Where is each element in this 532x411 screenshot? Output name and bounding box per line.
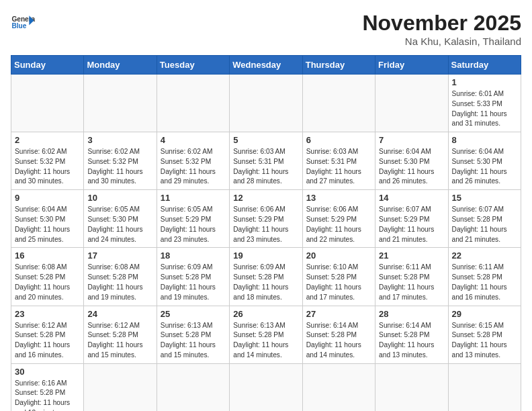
day-info: Sunrise: 6:03 AMSunset: 5:31 PMDaylight:… [306,147,371,187]
day-number: 6 [306,135,371,145]
logo-icon: General Blue [11,11,35,35]
day-info: Sunrise: 6:06 AMSunset: 5:29 PMDaylight:… [306,205,371,244]
header-day-tuesday: Tuesday [157,56,229,75]
calendar-cell: 20Sunrise: 6:10 AMSunset: 5:28 PMDayligh… [302,248,375,306]
day-info: Sunrise: 6:13 AMSunset: 5:28 PMDaylight:… [233,321,298,361]
calendar-cell [11,75,84,132]
day-number: 22 [452,250,517,261]
day-info: Sunrise: 6:10 AMSunset: 5:28 PMDaylight:… [306,263,371,302]
day-info: Sunrise: 6:07 AMSunset: 5:28 PMDaylight:… [452,205,517,244]
day-number: 16 [15,250,80,261]
calendar-cell: 29Sunrise: 6:15 AMSunset: 5:28 PMDayligh… [448,306,521,363]
calendar-cell [302,363,375,411]
day-number: 29 [452,309,517,319]
day-number: 9 [15,193,80,203]
day-number: 5 [233,135,298,145]
calendar-cell: 30Sunrise: 6:16 AMSunset: 5:28 PMDayligh… [11,363,84,411]
calendar-cell: 28Sunrise: 6:14 AMSunset: 5:28 PMDayligh… [375,306,448,363]
day-number: 10 [87,193,152,203]
day-info: Sunrise: 6:11 AMSunset: 5:28 PMDaylight:… [452,263,517,302]
calendar-cell: 19Sunrise: 6:09 AMSunset: 5:28 PMDayligh… [230,248,302,306]
calendar-cell: 22Sunrise: 6:11 AMSunset: 5:28 PMDayligh… [448,248,521,306]
calendar-cell [448,363,521,411]
calendar-cell: 4Sunrise: 6:02 AMSunset: 5:32 PMDaylight… [157,132,229,190]
day-number: 8 [452,135,517,145]
calendar-cell: 2Sunrise: 6:02 AMSunset: 5:32 PMDaylight… [11,132,84,190]
day-info: Sunrise: 6:04 AMSunset: 5:30 PMDaylight:… [452,147,517,187]
calendar-cell: 14Sunrise: 6:07 AMSunset: 5:29 PMDayligh… [375,190,448,248]
calendar-cell: 17Sunrise: 6:08 AMSunset: 5:28 PMDayligh… [84,248,157,306]
day-number: 23 [15,309,80,319]
day-info: Sunrise: 6:09 AMSunset: 5:28 PMDaylight:… [161,263,226,302]
calendar-cell: 18Sunrise: 6:09 AMSunset: 5:28 PMDayligh… [157,248,229,306]
day-number: 15 [452,193,517,203]
calendar-cell: 6Sunrise: 6:03 AMSunset: 5:31 PMDaylight… [302,132,375,190]
calendar-cell: 1Sunrise: 6:01 AMSunset: 5:33 PMDaylight… [448,75,521,132]
day-number: 28 [379,309,444,319]
calendar-cell: 23Sunrise: 6:12 AMSunset: 5:28 PMDayligh… [11,306,84,363]
calendar-cell: 3Sunrise: 6:02 AMSunset: 5:32 PMDaylight… [84,132,157,190]
calendar-cell [375,75,448,132]
header-day-sunday: Sunday [11,56,84,75]
header-day-monday: Monday [84,56,157,75]
day-number: 27 [306,309,371,319]
day-info: Sunrise: 6:13 AMSunset: 5:28 PMDaylight:… [161,321,226,361]
calendar-cell: 25Sunrise: 6:13 AMSunset: 5:28 PMDayligh… [157,306,229,363]
location: Na Khu, Kalasin, Thailand [362,36,521,47]
day-number: 26 [233,309,298,319]
day-info: Sunrise: 6:15 AMSunset: 5:28 PMDaylight:… [452,321,517,361]
day-number: 13 [306,193,371,203]
month-title: November 2025 [362,11,521,36]
day-number: 2 [15,135,80,145]
day-number: 1 [452,77,517,87]
header-day-saturday: Saturday [448,56,521,75]
calendar-cell [375,363,448,411]
day-info: Sunrise: 6:08 AMSunset: 5:28 PMDaylight:… [87,263,152,302]
day-info: Sunrise: 6:08 AMSunset: 5:28 PMDaylight:… [15,263,80,302]
calendar-cell [230,75,302,132]
calendar-cell: 5Sunrise: 6:03 AMSunset: 5:31 PMDaylight… [230,132,302,190]
calendar-cell: 9Sunrise: 6:04 AMSunset: 5:30 PMDaylight… [11,190,84,248]
day-number: 7 [379,135,444,145]
calendar-cell [157,363,229,411]
day-info: Sunrise: 6:14 AMSunset: 5:28 PMDaylight:… [306,321,371,361]
calendar-cell [230,363,302,411]
week-row-1: 1Sunrise: 6:01 AMSunset: 5:33 PMDaylight… [11,75,521,132]
week-row-4: 16Sunrise: 6:08 AMSunset: 5:28 PMDayligh… [11,248,521,306]
calendar-cell [84,75,157,132]
day-number: 30 [15,367,80,377]
calendar-cell: 16Sunrise: 6:08 AMSunset: 5:28 PMDayligh… [11,248,84,306]
day-number: 19 [233,250,298,261]
calendar-cell: 12Sunrise: 6:06 AMSunset: 5:29 PMDayligh… [230,190,302,248]
logo: General Blue [11,11,35,35]
header-day-thursday: Thursday [302,56,375,75]
day-number: 18 [161,250,226,261]
day-number: 21 [379,250,444,261]
header-day-wednesday: Wednesday [230,56,302,75]
day-info: Sunrise: 6:04 AMSunset: 5:30 PMDaylight:… [379,147,444,187]
day-number: 25 [161,309,226,319]
calendar-cell: 26Sunrise: 6:13 AMSunset: 5:28 PMDayligh… [230,306,302,363]
calendar-cell [84,363,157,411]
day-info: Sunrise: 6:12 AMSunset: 5:28 PMDaylight:… [15,321,80,361]
calendar-cell [302,75,375,132]
day-number: 20 [306,250,371,261]
calendar: SundayMondayTuesdayWednesdayThursdayFrid… [11,55,521,411]
week-row-3: 9Sunrise: 6:04 AMSunset: 5:30 PMDaylight… [11,190,521,248]
day-number: 24 [87,309,152,319]
day-info: Sunrise: 6:03 AMSunset: 5:31 PMDaylight:… [233,147,298,187]
title-area: November 2025 Na Khu, Kalasin, Thailand [362,11,521,47]
day-info: Sunrise: 6:14 AMSunset: 5:28 PMDaylight:… [379,321,444,361]
day-info: Sunrise: 6:16 AMSunset: 5:28 PMDaylight:… [15,379,80,411]
day-number: 11 [161,193,226,203]
calendar-cell: 24Sunrise: 6:12 AMSunset: 5:28 PMDayligh… [84,306,157,363]
header: General Blue November 2025 Na Khu, Kalas… [11,11,521,47]
day-number: 17 [87,250,152,261]
day-info: Sunrise: 6:06 AMSunset: 5:29 PMDaylight:… [233,205,298,244]
calendar-cell: 15Sunrise: 6:07 AMSunset: 5:28 PMDayligh… [448,190,521,248]
day-info: Sunrise: 6:07 AMSunset: 5:29 PMDaylight:… [379,205,444,244]
calendar-cell: 21Sunrise: 6:11 AMSunset: 5:28 PMDayligh… [375,248,448,306]
day-info: Sunrise: 6:02 AMSunset: 5:32 PMDaylight:… [161,147,226,187]
header-row: SundayMondayTuesdayWednesdayThursdayFrid… [11,56,521,75]
week-row-6: 30Sunrise: 6:16 AMSunset: 5:28 PMDayligh… [11,363,521,411]
